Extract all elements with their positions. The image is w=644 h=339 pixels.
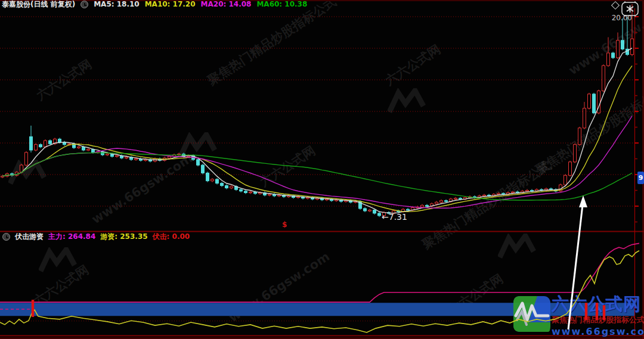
money-marker: $ xyxy=(282,220,287,229)
chart-header: 泰嘉股份(日线 前复权) MA5: 18.10 MA10: 17.20 MA20… xyxy=(2,0,307,8)
ma60-label: MA60: 10.38 xyxy=(256,0,307,8)
screenshot-icon[interactable] xyxy=(620,1,640,17)
zhuli-value-label: 主力: 264.84 xyxy=(48,232,95,242)
low-price-annotation: ←7.31 xyxy=(382,212,407,222)
stock-title: 泰嘉股份(日线 前复权) xyxy=(2,0,75,10)
axis-badge: 9 xyxy=(637,172,644,184)
ma20-label: MA20: 14.08 xyxy=(201,0,252,8)
ma10-label: MA10: 17.20 xyxy=(145,0,196,8)
fuji-value-label: 伏击: 0.00 xyxy=(153,232,190,242)
indicator-overlay-canvas[interactable] xyxy=(0,0,644,339)
indicator-header: 伏击游资 主力: 264.84 游资: 253.35 伏击: 0.00 xyxy=(2,232,190,241)
youzi-value-label: 游资: 253.35 xyxy=(100,232,147,242)
indicator-title: 伏击游资 xyxy=(15,232,44,242)
ma5-label: MA5: 18.10 xyxy=(94,0,140,8)
clock-icon[interactable] xyxy=(80,1,88,8)
clock-icon[interactable] xyxy=(2,233,10,241)
stock-chart-window: 六六公式网聚焦热门精品炒股指标公式六六公式网聚焦热门精品炒股指标公式www.66… xyxy=(0,0,644,339)
